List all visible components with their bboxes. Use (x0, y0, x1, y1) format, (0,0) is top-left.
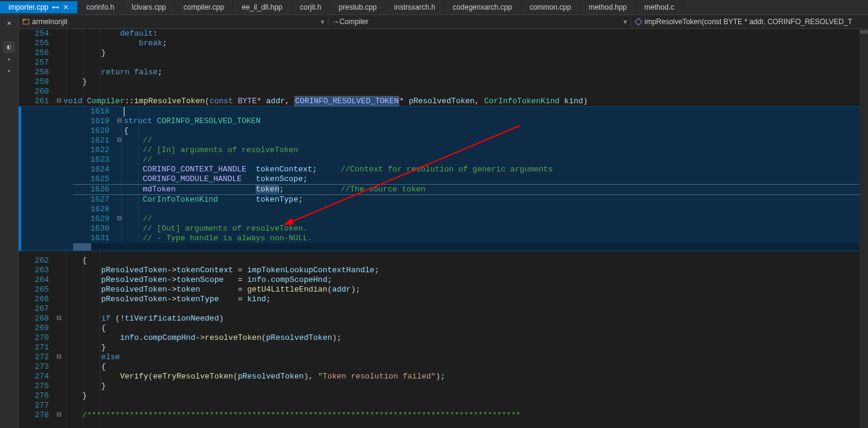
code-line[interactable]: 269 { (19, 324, 868, 333)
fold-toggle (115, 165, 124, 174)
code-line[interactable]: 268⊟ if (!tiVerificationNeeded) (19, 314, 868, 324)
fold-toggle[interactable]: ⊟ (55, 410, 63, 420)
tool-dropdown-icon[interactable]: ▾ (8, 57, 11, 62)
code-line[interactable]: 1627 CorInfoTokenKind tokenType; (73, 195, 868, 205)
code-line[interactable]: 259 } (19, 77, 868, 87)
line-number: 1624 (73, 165, 115, 174)
code-line[interactable]: 263 pResolvedToken->tokenContext = impTo… (19, 266, 868, 275)
fold-toggle (55, 401, 63, 410)
code-line[interactable]: 261⊟void Compiler::impResolveToken(const… (19, 97, 868, 106)
file-tab[interactable]: method.hpp (580, 1, 635, 13)
code-text: pResolvedToken->tokenContext = impTokenL… (63, 266, 379, 275)
fold-toggle[interactable]: ⊟ (55, 314, 63, 324)
code-line[interactable]: 1629⊟ // (73, 214, 868, 224)
code-line[interactable]: 270 info.compCompHnd->resolveToken(pReso… (19, 333, 868, 343)
code-text: } (63, 77, 87, 87)
vertical-scrollbar[interactable] (860, 29, 868, 428)
code-text: /***************************************… (63, 410, 521, 420)
file-tab[interactable]: method.c (636, 1, 683, 13)
code-line[interactable]: 275 } (19, 382, 868, 391)
fold-toggle[interactable]: ⊟ (115, 117, 124, 126)
code-line[interactable]: 265 pResolvedToken->token = getU4LittleE… (19, 285, 868, 295)
fold-toggle[interactable]: ⊟ (55, 97, 63, 106)
code-line[interactable]: 273 { (19, 362, 868, 372)
code-text: // (124, 214, 152, 224)
code-line[interactable]: 266 pResolvedToken->tokenType = kind; (19, 295, 868, 304)
code-line[interactable]: 1621⊟ // (73, 136, 868, 145)
file-tab[interactable]: ee_il_dll.hpp (233, 1, 291, 13)
code-nav-bar: armelnonjit ▾ → Compiler ▾ impResolveTok… (19, 15, 868, 29)
code-line[interactable]: 260 (19, 87, 868, 97)
code-text: Verify(eeTryResolveToken(pResolvedToken)… (63, 372, 445, 382)
file-tab[interactable]: corinfo.h (78, 1, 123, 13)
code-line[interactable]: 1619⊟struct CORINFO_RESOLVED_TOKEN (73, 117, 868, 126)
fold-toggle[interactable]: ⊟ (55, 353, 63, 362)
code-line[interactable]: 264 pResolvedToken->tokenScope = info.co… (19, 275, 868, 285)
method-icon (635, 18, 642, 25)
line-number: 259 (19, 77, 55, 87)
close-tool-icon[interactable]: ✕ (7, 19, 11, 28)
code-line[interactable]: 274 Verify(eeTryResolveToken(pResolvedTo… (19, 372, 868, 382)
code-text: return false; (63, 68, 162, 77)
line-number: 261 (19, 97, 55, 106)
fold-toggle (115, 185, 124, 194)
line-number: 1631 (73, 234, 115, 243)
code-line[interactable]: 1626 mdToken token; //The source token (73, 184, 868, 195)
code-line[interactable]: 271 } (19, 343, 868, 353)
code-line[interactable]: 276 } (19, 391, 868, 401)
file-tab[interactable]: prestub.cpp (330, 1, 386, 13)
peek-horizontal-scrollbar[interactable] (73, 243, 868, 251)
code-line[interactable]: 1618 (73, 107, 868, 117)
code-line[interactable]: 1631 // - Type handle is always non-NULL… (73, 234, 868, 243)
code-line[interactable]: 255 break; (19, 39, 868, 48)
chevron-down-icon: ▾ (623, 18, 627, 26)
file-tab[interactable]: lclvars.cpp (123, 1, 175, 13)
nav-class-dropdown[interactable]: → Compiler ▾ (329, 18, 631, 26)
line-number: 1626 (73, 185, 115, 194)
tool-button[interactable]: ◧ (3, 41, 15, 53)
fold-toggle[interactable]: ⊟ (115, 136, 124, 145)
file-tab[interactable]: instrsxarch.h (386, 1, 445, 13)
line-number: 262 (19, 256, 55, 266)
file-tab[interactable]: common.cpp (521, 1, 580, 13)
peek-definition-window[interactable]: 16181619⊟struct CORINFO_RESOLVED_TOKEN16… (19, 106, 868, 251)
line-number: 273 (19, 362, 55, 372)
close-icon[interactable]: ✕ (63, 3, 69, 11)
file-tab[interactable]: importer.cpp⊷✕ (0, 1, 78, 13)
code-line[interactable]: 267 (19, 304, 868, 314)
code-line[interactable]: 272⊟ else (19, 353, 868, 362)
file-tab[interactable]: corjit.h (292, 1, 330, 13)
code-line[interactable]: 278⊟ /**********************************… (19, 410, 868, 420)
fold-toggle[interactable]: ⊟ (115, 214, 124, 224)
code-editor[interactable]: 254 default:255 break;256 }257258 return… (19, 29, 868, 428)
tool-dropdown-icon[interactable]: ▾ (8, 68, 11, 74)
fold-toggle (115, 145, 124, 155)
code-text: { (124, 126, 129, 136)
code-line[interactable]: 1625 CORINFO_MODULE_HANDLE tokenScope; (73, 174, 868, 184)
nav-project-dropdown[interactable]: armelnonjit ▾ (19, 18, 329, 26)
code-line[interactable]: 256 } (19, 48, 868, 58)
file-tab[interactable]: codegenxarch.cpp (445, 1, 521, 13)
code-line[interactable]: 1624 CORINFO_CONTEXT_HANDLE tokenContext… (73, 165, 868, 174)
code-line[interactable]: 257 (19, 58, 868, 68)
code-line[interactable]: 1630 // [Out] arguments of resolveToken. (73, 224, 868, 234)
fold-toggle (55, 324, 63, 333)
line-number: 1628 (73, 205, 115, 214)
code-text: { (63, 256, 87, 266)
code-line[interactable]: 277 (19, 401, 868, 410)
nav-member-dropdown[interactable]: impResolveToken(const BYTE * addr, CORIN… (631, 18, 868, 26)
code-line[interactable]: 258 return false; (19, 68, 868, 77)
code-line[interactable]: 254 default: (19, 29, 868, 39)
code-line[interactable]: 262 { (19, 256, 868, 266)
file-tab[interactable]: compiler.cpp (175, 1, 233, 13)
line-number: 270 (19, 333, 55, 343)
code-line[interactable]: 1620{ (73, 126, 868, 136)
line-number: 271 (19, 343, 55, 353)
code-line[interactable]: 1622 // [In] arguments of resolveToken (73, 145, 868, 155)
pin-icon: ⊷ (52, 3, 59, 11)
line-number: 263 (19, 266, 55, 275)
line-number: 255 (19, 39, 55, 48)
code-line[interactable]: 1628 (73, 205, 868, 214)
code-line[interactable]: 1623 // (73, 155, 868, 165)
fold-toggle (55, 304, 63, 314)
